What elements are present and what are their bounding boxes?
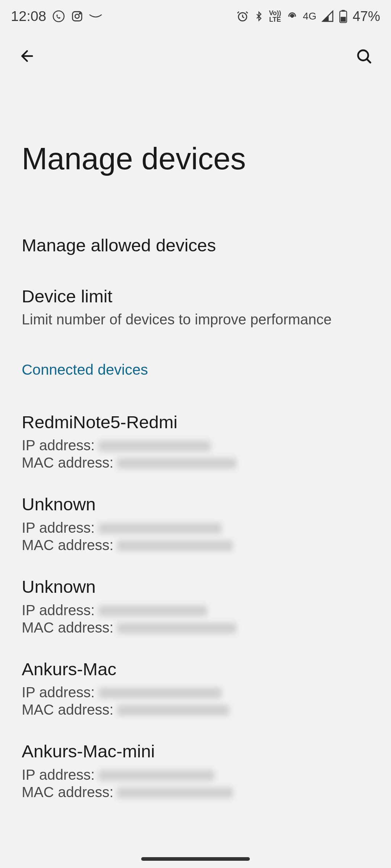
redacted-value <box>98 688 222 698</box>
redacted-value <box>98 441 211 451</box>
device-limit[interactable]: Device limit Limit number of devices to … <box>22 271 369 343</box>
device-name: RedmiNote5-Redmi <box>22 411 369 434</box>
item-title: Manage allowed devices <box>22 234 369 256</box>
item-subtitle: Limit number of devices to improve perfo… <box>22 310 369 329</box>
device-ip: IP address: <box>22 684 369 701</box>
redacted-value <box>117 623 236 634</box>
redacted-value <box>117 705 229 716</box>
device-ip: IP address: <box>22 437 369 454</box>
battery-percent: 47% <box>353 9 380 24</box>
item-title: Device limit <box>22 285 369 307</box>
devices-list: RedmiNote5-RedmiIP address:MAC address:U… <box>22 389 369 801</box>
device-mac: MAC address: <box>22 619 369 636</box>
svg-point-0 <box>53 11 64 22</box>
device-item[interactable]: Ankurs-Mac-miniIP address:MAC address: <box>22 718 369 801</box>
device-mac: MAC address: <box>22 536 369 554</box>
device-mac: MAC address: <box>22 783 369 801</box>
network-type: 4G <box>303 10 316 22</box>
section-header-connected: Connected devices <box>22 343 369 389</box>
device-mac: MAC address: <box>22 701 369 718</box>
redacted-value <box>98 770 214 781</box>
app-bar <box>0 33 391 69</box>
redacted-value <box>117 540 233 551</box>
volte-icon: Vo)) LTE <box>269 10 281 23</box>
settings-list: Manage allowed devices Device limit Limi… <box>0 220 391 801</box>
redacted-value <box>98 605 207 616</box>
svg-rect-7 <box>341 10 345 12</box>
device-ip: IP address: <box>22 766 369 783</box>
search-icon <box>355 47 373 65</box>
instagram-icon <box>71 10 83 22</box>
status-bar-right: Vo)) LTE 4G 47% <box>236 9 380 24</box>
status-time: 12:08 <box>11 8 46 24</box>
status-bar: 12:08 <box>0 0 391 33</box>
signal-icon <box>321 10 334 22</box>
device-item[interactable]: UnknownIP address:MAC address: <box>22 471 369 554</box>
device-ip: IP address: <box>22 519 369 536</box>
device-item[interactable]: UnknownIP address:MAC address: <box>22 554 369 636</box>
svg-rect-8 <box>341 17 346 22</box>
bluetooth-icon <box>254 10 264 22</box>
search-button[interactable] <box>351 43 377 69</box>
device-item[interactable]: Ankurs-MacIP address:MAC address: <box>22 636 369 719</box>
whatsapp-icon <box>52 10 65 23</box>
redacted-value <box>98 523 222 534</box>
status-bar-left: 12:08 <box>11 8 102 24</box>
device-ip: IP address: <box>22 601 369 619</box>
redacted-value <box>117 458 236 469</box>
page-title: Manage devices <box>0 69 391 220</box>
device-name: Ankurs-Mac-mini <box>22 740 369 763</box>
back-arrow-icon <box>18 47 36 65</box>
amazon-icon <box>89 13 102 20</box>
back-button[interactable] <box>14 43 40 69</box>
redacted-value <box>117 787 233 798</box>
svg-point-3 <box>79 13 80 14</box>
hotspot-icon <box>286 10 298 22</box>
navigation-handle[interactable] <box>141 857 250 861</box>
svg-point-2 <box>75 14 79 18</box>
device-name: Unknown <box>22 575 369 599</box>
device-item[interactable]: RedmiNote5-RedmiIP address:MAC address: <box>22 389 369 472</box>
svg-point-5 <box>291 15 293 17</box>
device-mac: MAC address: <box>22 454 369 471</box>
manage-allowed-devices[interactable]: Manage allowed devices <box>22 220 369 271</box>
device-name: Unknown <box>22 493 369 516</box>
device-name: Ankurs-Mac <box>22 658 369 681</box>
alarm-icon <box>236 10 249 22</box>
battery-icon <box>339 9 348 23</box>
